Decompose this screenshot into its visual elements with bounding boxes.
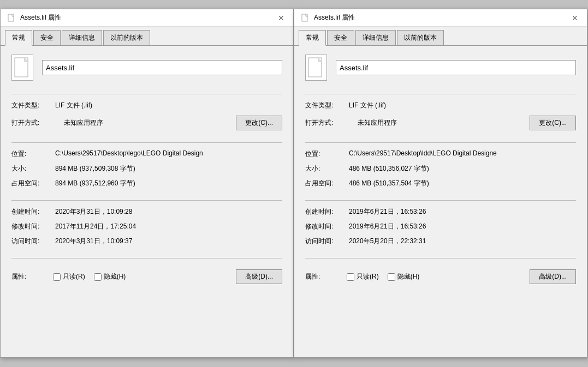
titlebar-2: Assets.lif 属性 ✕: [294, 9, 587, 27]
attr-label-2: 属性:: [305, 272, 338, 281]
file-icon-small-1: [7, 14, 16, 22]
readonly-label-1: 只读(R): [63, 272, 85, 281]
file-name-input-1[interactable]: [42, 60, 282, 75]
size-value-2: 486 MB (510,356,027 字节): [349, 164, 576, 173]
hidden-checkbox-2[interactable]: 隐藏(H): [388, 272, 420, 281]
tab-security-2[interactable]: 安全: [327, 30, 354, 45]
created-label-1: 创建时间:: [11, 207, 55, 216]
tab-security-1[interactable]: 安全: [33, 30, 61, 45]
location-value-2: C:\Users\29517\Desktop\ldd\LEGO Digital …: [349, 149, 576, 157]
row-disksize-1: 占用空间: 894 MB (937,512,960 字节): [11, 179, 282, 188]
filetype-label-1: 文件类型:: [11, 101, 55, 110]
size-label-2: 大小:: [305, 164, 349, 173]
size-value-1: 894 MB (937,509,308 字节): [55, 164, 282, 173]
file-icon-large-1: [11, 55, 33, 81]
tab-previous-1[interactable]: 以前的版本: [103, 30, 150, 45]
filetype-value-2: LIF 文件 (.lif): [349, 101, 576, 110]
openwith-label-2: 打开方式:: [305, 118, 349, 128]
attr-label-1: 属性:: [11, 272, 44, 281]
accessed-label-1: 访问时间:: [11, 237, 55, 246]
file-header-1: [11, 55, 282, 81]
row-size-2: 大小: 486 MB (510,356,027 字节): [305, 164, 576, 173]
modified-value-1: 2017年11月24日，17:25:04: [55, 222, 282, 231]
filetype-label-2: 文件类型:: [305, 101, 349, 110]
file-name-input-2[interactable]: [336, 60, 576, 75]
row-attr-2: 属性: 只读(R) 隐藏(H) 高级(D)...: [305, 269, 576, 284]
row-attr-1: 属性: 只读(R) 隐藏(H) 高级(D)...: [11, 269, 282, 284]
row-openwith-1: 打开方式: 未知应用程序 更改(C)...: [11, 116, 282, 130]
size-label-1: 大小:: [11, 164, 55, 173]
divider-1d: [11, 258, 282, 258]
advanced-button-1[interactable]: 高级(D)...: [236, 269, 282, 284]
readonly-label-2: 只读(R): [357, 272, 379, 281]
divider-2c: [305, 200, 576, 201]
row-created-2: 创建时间: 2019年6月21日，16:53:26: [305, 207, 576, 216]
location-value-1: C:\Users\29517\Desktop\lego\LEGO Digital…: [55, 149, 282, 157]
tab-details-1[interactable]: 详细信息: [62, 30, 102, 45]
advanced-button-2[interactable]: 高级(D)...: [530, 269, 576, 284]
change-button-1[interactable]: 更改(C)...: [236, 116, 282, 130]
dialog-title-text-1: Assets.lif 属性: [20, 13, 61, 22]
tab-details-2[interactable]: 详细信息: [355, 30, 396, 45]
dialog-1: Assets.lif 属性 ✕ 常规 安全 详细信息 以前的版本 文件类型: L…: [0, 9, 294, 358]
disksize-value-2: 486 MB (510,357,504 字节): [349, 179, 576, 188]
file-icon-large-2: [305, 55, 327, 81]
hidden-input-1[interactable]: [94, 273, 102, 281]
tab-general-1[interactable]: 常规: [5, 30, 32, 46]
content-1: 文件类型: LIF 文件 (.lif) 打开方式: 未知应用程序 更改(C)..…: [1, 46, 293, 357]
row-created-1: 创建时间: 2020年3月31日，10:09:28: [11, 207, 282, 216]
readonly-input-2[interactable]: [347, 273, 354, 281]
tabs-2: 常规 安全 详细信息 以前的版本: [294, 27, 587, 46]
tabs-1: 常规 安全 详细信息 以前的版本: [1, 27, 293, 46]
readonly-checkbox-1[interactable]: 只读(R): [53, 272, 85, 281]
content-2: 文件类型: LIF 文件 (.lif) 打开方式: 未知应用程序 更改(C)..…: [294, 46, 587, 357]
created-value-1: 2020年3月31日，10:09:28: [55, 207, 282, 216]
row-size-1: 大小: 894 MB (937,509,308 字节): [11, 164, 282, 173]
divider-1b: [11, 142, 282, 143]
hidden-checkbox-1[interactable]: 隐藏(H): [94, 272, 126, 281]
divider-2d: [305, 258, 576, 258]
openwith-value-1: 未知应用程序: [64, 118, 227, 128]
change-button-2[interactable]: 更改(C)...: [530, 116, 576, 130]
file-icon-small-2: [301, 14, 310, 22]
divider-2a: [305, 94, 576, 94]
disksize-value-1: 894 MB (937,512,960 字节): [55, 179, 282, 188]
tab-previous-2[interactable]: 以前的版本: [397, 30, 444, 45]
readonly-checkbox-2[interactable]: 只读(R): [347, 272, 379, 281]
file-svg-2: [308, 57, 324, 78]
accessed-value-1: 2020年3月31日，10:09:37: [55, 237, 282, 246]
row-accessed-2: 访问时间: 2020年5月20日，22:32:31: [305, 237, 576, 246]
row-disksize-2: 占用空间: 486 MB (510,357,504 字节): [305, 179, 576, 188]
divider-1c: [11, 200, 282, 201]
readonly-input-1[interactable]: [53, 273, 61, 281]
dialog-2: Assets.lif 属性 ✕ 常规 安全 详细信息 以前的版本 文件类型: L…: [294, 9, 587, 358]
created-value-2: 2019年6月21日，16:53:26: [349, 207, 576, 216]
filetype-value-1: LIF 文件 (.lif): [55, 101, 282, 110]
modified-label-2: 修改时间:: [305, 222, 349, 231]
row-filetype-2: 文件类型: LIF 文件 (.lif): [305, 101, 576, 110]
title-area-2: Assets.lif 属性: [301, 13, 355, 22]
file-header-2: [305, 55, 576, 81]
row-location-2: 位置: C:\Users\29517\Desktop\ldd\LEGO Digi…: [305, 149, 576, 159]
close-button-1[interactable]: ✕: [276, 13, 287, 23]
close-button-2[interactable]: ✕: [569, 13, 580, 23]
modified-label-1: 修改时间:: [11, 222, 55, 231]
dialog-title-text-2: Assets.lif 属性: [314, 13, 355, 22]
row-filetype-1: 文件类型: LIF 文件 (.lif): [11, 101, 282, 110]
file-svg-1: [14, 57, 31, 78]
created-label-2: 创建时间:: [305, 207, 349, 216]
location-label-2: 位置:: [305, 149, 349, 159]
hidden-label-1: 隐藏(H): [104, 272, 126, 281]
row-openwith-2: 打开方式: 未知应用程序 更改(C)...: [305, 116, 576, 130]
divider-2b: [305, 142, 576, 143]
accessed-value-2: 2020年5月20日，22:32:31: [349, 237, 576, 246]
row-modified-1: 修改时间: 2017年11月24日，17:25:04: [11, 222, 282, 231]
row-location-1: 位置: C:\Users\29517\Desktop\lego\LEGO Dig…: [11, 149, 282, 159]
title-area-1: Assets.lif 属性: [7, 13, 61, 22]
accessed-label-2: 访问时间:: [305, 237, 349, 246]
tab-general-2[interactable]: 常规: [299, 30, 326, 46]
hidden-input-2[interactable]: [388, 273, 395, 281]
disksize-label-2: 占用空间:: [305, 179, 349, 188]
row-modified-2: 修改时间: 2019年6月21日，16:53:26: [305, 222, 576, 231]
location-label-1: 位置:: [11, 149, 55, 159]
